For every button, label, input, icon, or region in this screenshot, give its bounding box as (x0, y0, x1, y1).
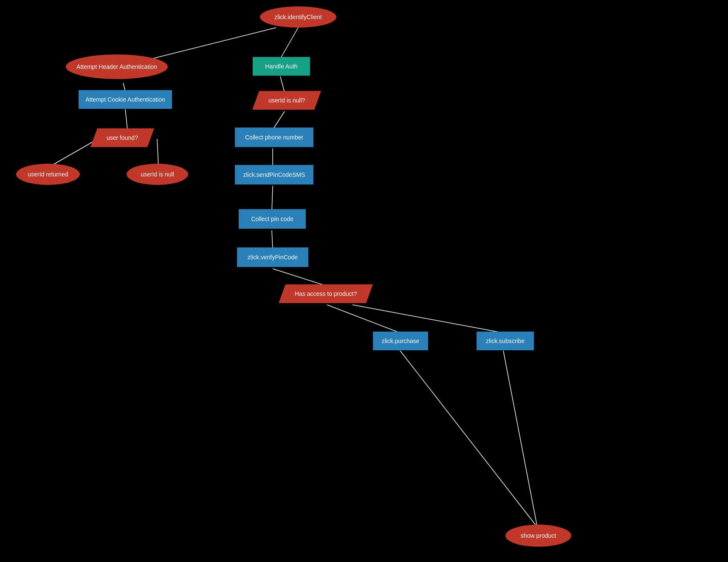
svg-line-13 (353, 305, 503, 333)
handle-auth-node: Handle Auth (253, 57, 310, 76)
identify-client-node: zlick.identifyClient (260, 6, 336, 28)
userid-returned-node: userId returned (16, 164, 80, 185)
has-access-diamond: Has access to product? (263, 283, 389, 305)
userid-null-diamond: userId is null? (246, 90, 327, 111)
subscribe-node: zlick.subscribe (477, 332, 534, 350)
svg-line-15 (503, 351, 537, 527)
userid-null2-node: userId is null (127, 164, 188, 185)
svg-line-1 (149, 28, 276, 60)
svg-line-0 (280, 28, 298, 59)
svg-line-7 (273, 111, 285, 130)
collect-phone-node: Collect phone number (235, 128, 313, 147)
verify-pin-node: zlick.verifyPinCode (237, 247, 308, 267)
collect-pin-node: Collect pin code (239, 209, 306, 229)
svg-line-9 (272, 186, 273, 212)
send-pin-sms-node: zlick.sendPinCodeSMS (235, 165, 313, 184)
attempt-header-auth-node: Attempt Header Authentication (66, 54, 168, 79)
user-found-diamond: user found? (85, 128, 159, 148)
show-product-node: show product (505, 525, 571, 547)
attempt-cookie-auth-node: Attempt Cookie Authentication (79, 90, 172, 109)
svg-line-4 (125, 109, 127, 130)
svg-line-14 (400, 351, 537, 527)
purchase-node: zlick.purchase (373, 332, 428, 350)
svg-line-12 (327, 305, 400, 333)
